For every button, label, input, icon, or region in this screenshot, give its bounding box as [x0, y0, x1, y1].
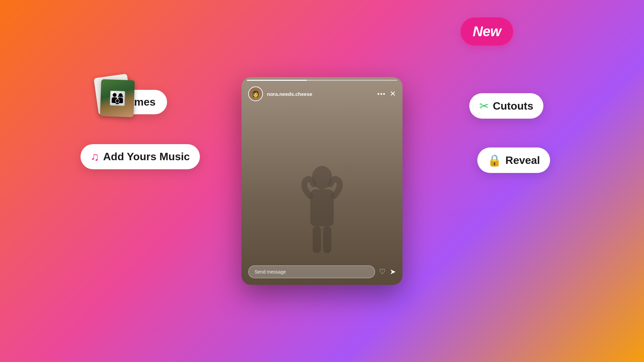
bubble-cutouts[interactable]: ✂ Cutouts: [469, 93, 543, 119]
photo-card-front: 👨‍👩‍👦: [100, 79, 135, 117]
new-badge-label: New: [473, 23, 501, 39]
phone-mockup: 👩 nora.needs.cheese ••• ✕ Send message ♡…: [241, 77, 402, 285]
send-icon[interactable]: ➤: [390, 267, 396, 276]
progress-bar-fill: [247, 80, 307, 81]
reveal-icon: 🔒: [487, 154, 501, 167]
music-icon: ♫: [91, 150, 99, 163]
avatar: 👩: [248, 86, 263, 101]
progress-bar: [247, 80, 397, 81]
cutouts-icon: ✂: [479, 99, 489, 113]
username: nora.needs.cheese: [267, 91, 373, 97]
story-background: [241, 77, 402, 285]
svg-rect-2: [313, 226, 321, 253]
message-input[interactable]: Send message: [248, 265, 375, 278]
bubble-music[interactable]: ♫ Add Yours Music: [80, 144, 200, 169]
story-footer: Send message ♡ ➤: [241, 260, 402, 285]
person-silhouette: [292, 164, 352, 258]
svg-rect-1: [310, 189, 334, 226]
new-badge: New: [461, 17, 513, 46]
heart-icon[interactable]: ♡: [379, 267, 386, 276]
close-button[interactable]: ✕: [390, 89, 396, 98]
cutouts-label: Cutouts: [493, 100, 533, 112]
phone-content: 👩 nora.needs.cheese ••• ✕ Send message ♡…: [241, 77, 402, 285]
reveal-label: Reveal: [505, 154, 540, 167]
music-label: Add Yours Music: [103, 150, 190, 163]
message-placeholder: Send message: [255, 269, 286, 275]
story-header: 👩 nora.needs.cheese ••• ✕: [241, 77, 402, 105]
bubble-reveal[interactable]: 🔒 Reveal: [477, 147, 550, 173]
svg-rect-3: [323, 226, 331, 253]
more-dots[interactable]: •••: [377, 90, 386, 98]
